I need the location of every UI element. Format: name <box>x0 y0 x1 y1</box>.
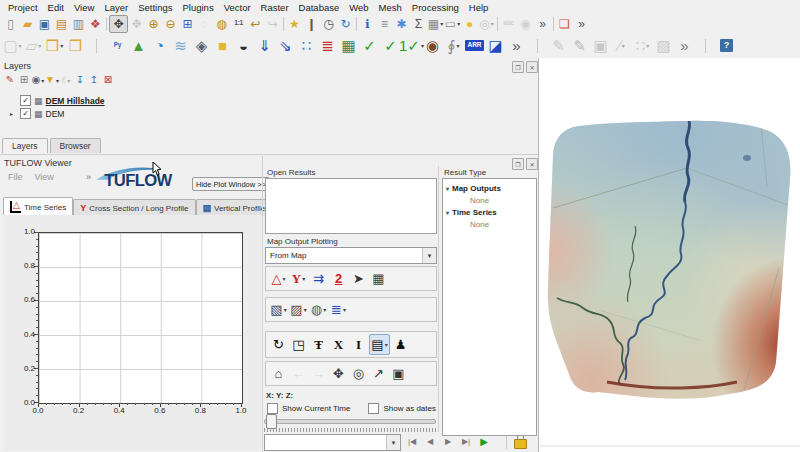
clear-plot-icon[interactable]: ◳ <box>289 335 308 354</box>
time-slider-track[interactable] <box>264 419 436 424</box>
step-back-button[interactable]: ◀ <box>422 434 438 449</box>
zoom-last-icon[interactable]: ↩ <box>247 16 264 32</box>
temporal-controller-icon[interactable]: ◷ <box>320 16 337 32</box>
map-grid-icon[interactable]: ▦ <box>338 36 359 56</box>
plot-options-icon[interactable]: ↗ <box>369 364 388 383</box>
duplicate-layers-icon[interactable]: ❏ <box>556 16 573 32</box>
attachment-icon[interactable]: ∮ <box>443 36 464 56</box>
zoom-out-icon[interactable]: ⊖ <box>162 16 179 32</box>
remove-layer-icon[interactable]: ⊠ <box>101 74 115 87</box>
check-1d-icon[interactable]: 1✓ <box>401 36 422 56</box>
menu-edit[interactable]: Edit <box>43 2 69 13</box>
toggle-editing-icon[interactable]: ✎ <box>569 36 590 56</box>
map-outputs-node[interactable]: ▾ Map Outputs <box>443 182 536 194</box>
tab-layers[interactable]: Layers <box>2 138 48 153</box>
attribute-table-icon[interactable]: ▦ <box>427 16 444 32</box>
collapse-all-icon[interactable]: ↥ <box>87 74 101 87</box>
save-project-icon[interactable]: ▣ <box>36 16 53 32</box>
open-results-list[interactable] <box>265 178 437 234</box>
zoom-plot-icon[interactable]: ◎ <box>349 364 368 383</box>
checkbox-box[interactable] <box>267 403 278 414</box>
pan-map-icon[interactable]: ✥ <box>109 15 128 33</box>
close-tuflow-panel-button[interactable]: ✕ <box>526 158 538 170</box>
map-canvas[interactable] <box>539 58 800 452</box>
crosssection-mode-icon[interactable]: Y <box>289 269 308 288</box>
freeze-axis-icon[interactable]: Ŧ <box>309 335 328 354</box>
tab-time-series[interactable]: △ Time Series <box>3 197 73 216</box>
flux-line-icon[interactable]: ⇉ <box>309 269 328 288</box>
plot-splitter[interactable] <box>262 156 263 452</box>
map-plot-timeseries-icon[interactable]: ▧ <box>269 300 288 319</box>
open-styling-panel-icon[interactable]: ✎ <box>3 74 17 87</box>
statistical-summary-icon[interactable]: ≡ <box>376 16 393 32</box>
menu-settings[interactable]: Settings <box>133 2 177 13</box>
show-statistics-icon[interactable]: Σ <box>410 16 427 32</box>
user-plot-data-icon[interactable]: ♟ <box>391 335 410 354</box>
tree-caret-icon[interactable]: ▾ <box>443 209 452 216</box>
expander-icon[interactable]: ▸ <box>10 110 17 117</box>
time-slider-handle[interactable] <box>266 414 277 429</box>
measure-icon[interactable]: ▭ <box>444 16 461 32</box>
layer-dem[interactable]: ▸ ✓ ▦ DEM <box>10 107 310 120</box>
filter-expression-icon[interactable]: ε <box>59 74 73 87</box>
zoom-full-extent-icon[interactable]: ⊞ <box>179 16 196 32</box>
close-layers-panel-button[interactable]: ✕ <box>526 61 538 73</box>
legend-options-icon[interactable]: ▤ <box>369 334 390 355</box>
copy-style-icon[interactable]: ❒ <box>44 36 65 56</box>
identify-features-icon[interactable]: ℹ <box>359 16 376 32</box>
undock-tuflow-panel-button[interactable]: ❐ <box>512 158 524 170</box>
step-forward-button[interactable]: ▶ <box>440 434 456 449</box>
show-bookmarks-icon[interactable]: ❙ <box>303 16 320 32</box>
map-tips-icon[interactable]: ● <box>461 16 478 32</box>
zoom-to-selection-icon[interactable]: ◌ <box>196 16 213 32</box>
show-current-time-checkbox[interactable]: Show Current Time <box>267 403 350 414</box>
back-view-icon[interactable]: ← <box>289 364 308 383</box>
new-print-layout-icon[interactable]: ▤ <box>53 16 70 32</box>
current-edits-icon[interactable]: ✎ <box>548 36 569 56</box>
save-edits-icon[interactable]: ▣ <box>590 36 611 56</box>
paste-style-icon[interactable]: ❒ <box>65 36 86 56</box>
save-figure-icon[interactable]: ▣ <box>389 364 408 383</box>
timeseries-mode-icon[interactable]: △ <box>269 269 288 288</box>
shield-plugin-icon[interactable]: ◈ <box>191 36 212 56</box>
flood-2d-icon[interactable]: 2 <box>329 269 348 288</box>
zoom-to-layer-icon[interactable]: ◍ <box>213 16 230 32</box>
menu-layer[interactable]: Layer <box>99 2 133 13</box>
layer-labeling-icon[interactable]: ◉ <box>517 16 534 32</box>
menu-view[interactable]: View <box>69 2 99 13</box>
add-group-icon[interactable]: ⊞ <box>17 74 31 87</box>
new-project-icon[interactable]: ▯ <box>2 16 19 32</box>
plot-figure[interactable]: 0.00.20.40.60.81.0 1.00.80.60.40.20.0 <box>3 215 261 450</box>
check-green-icon[interactable]: ✓ <box>359 36 380 56</box>
modify-attributes-icon[interactable]: ▨ <box>653 36 674 56</box>
map-plot-gauge-icon[interactable]: ◍ <box>309 300 328 319</box>
undock-layers-panel-button[interactable]: ❐ <box>512 61 524 73</box>
tuflow-menu-file[interactable]: File <box>2 172 29 182</box>
map-outputs-none[interactable]: None <box>443 194 536 206</box>
menu-project[interactable]: Project <box>3 2 43 13</box>
check-model-icon[interactable]: ✓ <box>380 36 401 56</box>
result-splitter[interactable] <box>438 166 439 432</box>
time-series-none[interactable]: None <box>443 218 536 230</box>
pan-plot-icon[interactable]: ✥ <box>329 364 348 383</box>
open-project-icon[interactable]: ▰ <box>19 16 36 32</box>
freeze-x-axis-icon[interactable]: X <box>329 335 348 354</box>
layer-visibility-checkbox[interactable]: ✓ <box>20 95 31 106</box>
current-time-combo[interactable]: ▼ <box>264 434 401 451</box>
menu-raster[interactable]: Raster <box>256 2 294 13</box>
style-manager-icon[interactable]: ❖ <box>87 16 104 32</box>
download-icon[interactable]: ⇓ <box>254 36 275 56</box>
layer-dem-hillshade[interactable]: ✓ ▦ DEM Hillshade <box>10 94 310 107</box>
platypus-icon[interactable]: ◉ <box>422 36 443 56</box>
tuflow-menu-view[interactable]: View <box>29 172 60 182</box>
map-plot-legend-icon[interactable]: ≣ <box>329 300 348 319</box>
checkbox-box[interactable] <box>368 403 379 414</box>
menu-database[interactable]: Database <box>294 2 345 13</box>
forward-view-icon[interactable]: → <box>309 364 328 383</box>
zoom-in-icon[interactable]: ⊕ <box>145 16 162 32</box>
grid-plot-icon[interactable]: ▦ <box>369 269 388 288</box>
toolbar-overflow-icon[interactable]: » <box>534 16 551 32</box>
freeze-y-axis-icon[interactable]: I <box>349 335 368 354</box>
map-plot-crosssection-icon[interactable]: ▨ <box>289 300 308 319</box>
result-type-tree[interactable]: ▾ Map Outputs None ▾ Time Series None <box>442 178 537 436</box>
